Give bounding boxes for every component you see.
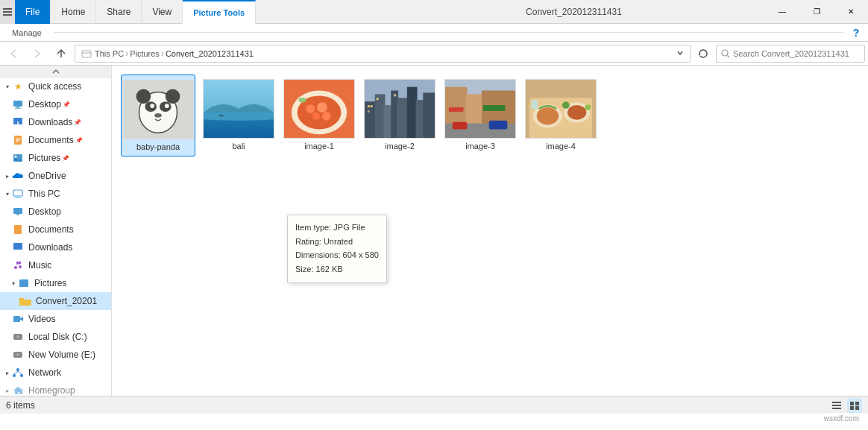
svg-rect-67 xyxy=(423,92,435,138)
address-bar: This PC › Pictures › Convert_20201231143… xyxy=(0,42,868,66)
sidebar-item-videos[interactable]: Videos xyxy=(0,310,111,328)
search-icon xyxy=(721,49,730,58)
sidebar-item-homegroup[interactable]: ▸ Homegroup xyxy=(0,382,111,396)
search-input[interactable] xyxy=(733,49,860,58)
svg-rect-2 xyxy=(3,14,12,16)
manage-tab-label: Manage xyxy=(6,28,48,37)
sidebar-item-convert-folder[interactable]: Convert_20201 xyxy=(0,292,111,310)
file-item-bali[interactable]: bali xyxy=(201,75,276,156)
sidebar-item-onedrive[interactable]: ▸ OneDrive xyxy=(0,167,111,185)
svg-rect-68 xyxy=(368,105,370,107)
svg-rect-17 xyxy=(13,190,22,196)
sidebar-item-thispc[interactable]: ▾ This PC xyxy=(0,185,111,203)
sidebar-item-pictures-pc[interactable]: ▾ Pictures xyxy=(0,274,111,292)
svg-point-34 xyxy=(20,374,23,377)
address-dropdown-arrow[interactable] xyxy=(676,48,684,59)
thumbnail-svg xyxy=(445,79,515,139)
svg-rect-96 xyxy=(855,402,859,405)
network-icon xyxy=(12,367,24,379)
tab-share[interactable]: Share xyxy=(96,0,142,24)
file-item-baby-panda[interactable]: baby-panda xyxy=(121,75,195,156)
expand-icon: ▾ xyxy=(6,83,9,90)
svg-rect-95 xyxy=(850,402,854,405)
svg-rect-6 xyxy=(13,101,22,107)
scroll-up-button[interactable] xyxy=(0,66,111,78)
sidebar-item-newvolume[interactable]: New Volume (E:) xyxy=(0,346,111,364)
sidebar-label: Videos xyxy=(28,314,55,324)
svg-point-33 xyxy=(13,374,16,377)
tab-view[interactable]: View xyxy=(142,0,183,24)
sidebar-item-pictures-qa[interactable]: Pictures 📌 xyxy=(0,149,111,167)
sidebar-item-quick-access[interactable]: ▾ ★ Quick access xyxy=(0,78,111,95)
sidebar-item-downloads-pc[interactable]: Downloads xyxy=(0,238,111,256)
pin-icon: 📌 xyxy=(75,137,83,144)
minimize-button[interactable]: — xyxy=(765,0,799,24)
svg-point-86 xyxy=(537,107,559,125)
pin-icon: 📌 xyxy=(62,155,69,162)
file-item-image3[interactable]: image-3 xyxy=(443,75,518,156)
svg-rect-22 xyxy=(14,225,22,234)
maximize-button[interactable]: ❐ xyxy=(799,0,834,24)
tooltip-line3: Dimensions: 604 x 580 xyxy=(295,249,379,262)
file-name: baby-panda xyxy=(136,142,180,151)
sidebar-item-network[interactable]: ▸ Network xyxy=(0,364,111,382)
sidebar-item-documents-qa[interactable]: Documents 📌 xyxy=(0,131,111,149)
file-item-image4[interactable]: image-4 xyxy=(523,75,598,156)
sidebar-label: Downloads xyxy=(28,117,72,127)
sidebar-label: Pictures xyxy=(28,153,60,163)
svg-point-90 xyxy=(585,104,591,110)
sidebar-label: Local Disk (C:) xyxy=(28,332,87,342)
pictures-icon xyxy=(18,277,30,289)
svg-rect-0 xyxy=(3,8,12,10)
svg-point-89 xyxy=(562,101,570,109)
quick-access-toolbar[interactable] xyxy=(0,0,15,24)
sidebar-item-desktop-pc[interactable]: Desktop xyxy=(0,203,111,221)
sidebar-item-localdisk[interactable]: Local Disk (C:) xyxy=(0,328,111,346)
search-box[interactable] xyxy=(716,45,865,63)
downloads-icon xyxy=(12,241,24,253)
back-button[interactable] xyxy=(3,44,24,63)
file-thumbnail xyxy=(444,79,516,139)
details-view-button[interactable] xyxy=(829,398,844,413)
sidebar-label: Documents xyxy=(28,135,74,145)
address-path[interactable]: This PC › Pictures › Convert_20201231143… xyxy=(75,45,691,63)
sidebar-label: Music xyxy=(28,260,51,271)
refresh-button[interactable] xyxy=(694,44,713,63)
sidebar-item-downloads-qa[interactable]: Downloads 📌 xyxy=(0,113,111,131)
file-item-image1[interactable]: image-1 xyxy=(282,75,356,156)
svg-point-25 xyxy=(19,265,22,268)
up-button[interactable] xyxy=(51,44,72,63)
sidebar-item-music[interactable]: Music xyxy=(0,256,111,274)
svg-rect-23 xyxy=(13,243,22,250)
sidebar-item-desktop-qa[interactable]: Desktop 📌 xyxy=(0,95,111,113)
music-icon xyxy=(12,259,24,271)
homegroup-icon xyxy=(12,385,24,396)
sidebar-item-documents-pc[interactable]: Documents xyxy=(0,221,111,238)
videos-icon xyxy=(12,313,24,325)
thumbnail-svg xyxy=(204,79,274,139)
svg-rect-97 xyxy=(850,406,854,410)
pin-icon: 📌 xyxy=(74,119,81,126)
svg-rect-21 xyxy=(16,214,19,215)
svg-rect-77 xyxy=(465,94,483,123)
file-thumbnail xyxy=(122,80,194,139)
tab-file[interactable]: File xyxy=(15,0,51,24)
tab-home[interactable]: Home xyxy=(51,0,96,24)
svg-rect-93 xyxy=(832,405,841,406)
tooltip-line2: Rating: Unrated xyxy=(295,235,379,248)
svg-line-5 xyxy=(728,55,730,57)
file-grid: baby-panda ba xyxy=(121,75,859,156)
onedrive-icon xyxy=(12,170,24,182)
sidebar-label: OneDrive xyxy=(28,171,66,181)
documents-icon xyxy=(12,224,24,235)
tab-picture-tools[interactable]: Picture Tools xyxy=(183,0,256,24)
close-button[interactable]: ✕ xyxy=(834,0,868,24)
icon-view-button[interactable] xyxy=(847,398,862,413)
svg-rect-64 xyxy=(397,98,409,138)
svg-rect-61 xyxy=(375,94,386,138)
sidebar-label: Documents xyxy=(28,224,74,235)
forward-button[interactable] xyxy=(27,44,48,63)
file-item-image2[interactable]: image-2 xyxy=(362,75,437,156)
ribbon-content: Manage ? xyxy=(0,24,868,42)
help-button[interactable]: ? xyxy=(850,27,862,39)
